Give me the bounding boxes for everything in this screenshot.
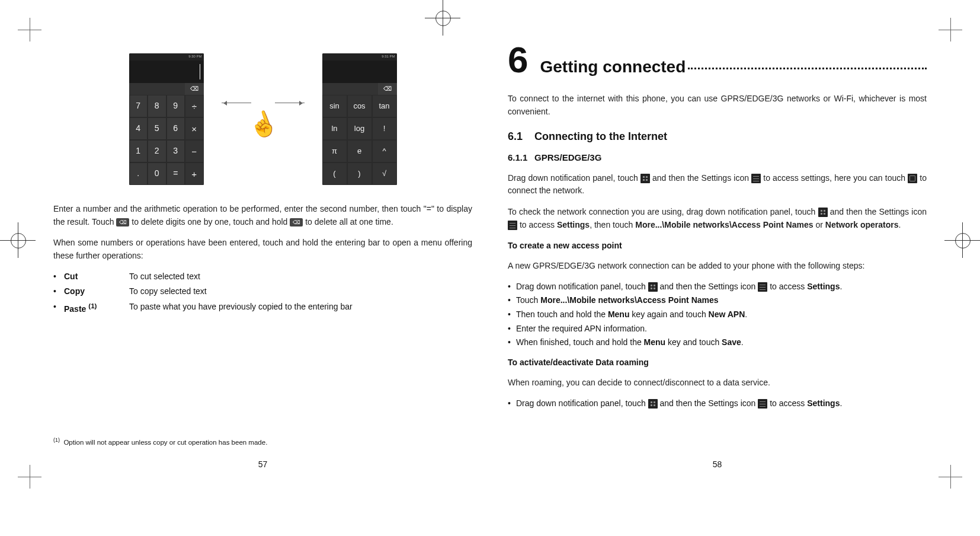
crop-mark [939,18,962,42]
status-bar: 9:31 PM [322,53,397,60]
calc-key: 7 [129,95,148,117]
paragraph: When some numbers or operations have bee… [53,237,472,262]
calc-key: sin [322,95,347,117]
list-item: Enter the required APN information. [508,323,927,335]
list-item: Then touch and hold the Menu key again a… [508,309,927,321]
calc-key: = [166,162,185,185]
crop-mark [18,18,41,42]
chapter-title: Getting connected [540,55,686,78]
chapter-number: 6 [508,42,528,78]
calculator-advanced-screenshot: 9:31 PM ⌫ sincostanlnlog!πe^()√ [322,53,397,185]
calc-key: ln [322,117,347,140]
hand-icon: ☝ [243,103,282,145]
paragraph: A new GPRS/EDGE/3G network connection ca… [508,260,927,273]
operation-row: •CopyTo copy selected text [53,286,472,298]
calc-key: 6 [166,117,185,140]
calc-key: e [347,140,372,162]
calc-key: ^ [372,140,397,162]
backspace-icon: ⌫ [185,83,204,95]
calculator-display [322,60,397,83]
settings-icon [758,399,767,409]
calc-key: ) [347,162,372,185]
calc-key: cos [347,95,372,117]
crop-mark [939,465,962,489]
calc-key: 2 [148,140,166,162]
backspace-icon: ⌫ [378,83,397,95]
sub-heading: To activate/deactivate Data roaming [508,357,927,369]
section-heading: 6.1Connecting to the Internet [508,129,927,144]
quick-settings-icon [648,282,658,292]
calc-key: 9 [166,95,185,117]
list-item: Drag down notification panel, touch and … [508,398,927,410]
calc-key: 5 [148,117,166,140]
paragraph: Enter a number and the arithmetic operat… [53,203,472,228]
calc-key: + [185,162,204,185]
paragraph: To check the network connection you are … [508,206,927,231]
bullet-list: Drag down notification panel, touch and … [508,398,927,410]
crop-mark [18,465,41,489]
calc-key: 8 [148,95,166,117]
operation-row: •CutTo cut selected text [53,271,472,283]
footnote: (1) Option will not appear unless copy o… [53,436,267,447]
calc-key: . [129,162,148,185]
operations-list: •CutTo cut selected text•CopyTo copy sel… [53,271,472,315]
calculator-screenshots: 9:30 PM ⌫ 789÷456×123−.0=+ ☝ 9:31 PM ⌫ s… [53,53,472,185]
calc-key: 3 [166,140,185,162]
calc-key: tan [372,95,397,117]
calculator-basic-screenshot: 9:30 PM ⌫ 789÷456×123−.0=+ [129,53,204,185]
subsection-heading: 6.1.1GPRS/EDGE/3G [508,151,927,164]
registration-mark [0,222,36,258]
calc-key: ÷ [185,95,204,117]
network-icon [908,174,917,183]
quick-settings-icon [648,399,658,409]
calc-key: ! [372,117,397,140]
calc-key: π [322,140,347,162]
delete-icon: ⌫ [290,218,303,226]
page-right: 6 Getting connected To connect to the in… [508,42,927,453]
calc-key: log [347,117,372,140]
calc-key: × [185,117,204,140]
swipe-gesture-icon: ☝ [222,95,305,143]
status-bar: 9:30 PM [129,53,204,60]
paragraph: Drag down notification panel, touch and … [508,172,927,197]
page-number: 58 [713,459,722,471]
list-item: Drag down notification panel, touch and … [508,281,927,293]
list-item: Touch More...\Mobile networks\Access Poi… [508,295,927,307]
paragraph: When roaming, you can decide to connect/… [508,377,927,390]
paragraph: To connect to the internet with this pho… [508,92,927,118]
settings-icon [508,221,517,230]
calculator-display [129,60,204,83]
calc-key: ( [322,162,347,185]
settings-icon [758,282,767,292]
delete-icon: ⌫ [116,218,129,226]
bullet-list: Drag down notification panel, touch and … [508,281,927,349]
chapter-heading: 6 Getting connected [508,42,927,78]
page-left: 9:30 PM ⌫ 789÷456×123−.0=+ ☝ 9:31 PM ⌫ s… [53,42,472,453]
operation-row: •Paste (1)To paste what you have previou… [53,301,472,315]
registration-mark [944,222,980,258]
sub-heading: To create a new access point [508,240,927,252]
calc-key: − [185,140,204,162]
list-item: When finished, touch and hold the Menu k… [508,337,927,349]
quick-settings-icon [640,174,650,183]
settings-icon [751,174,761,183]
leader-dots [688,68,927,69]
calc-key: 1 [129,140,148,162]
registration-mark [425,0,460,36]
quick-settings-icon [818,208,828,217]
calc-key: √ [372,162,397,185]
page-number: 57 [258,459,268,471]
calc-key: 0 [148,162,166,185]
calc-key: 4 [129,117,148,140]
